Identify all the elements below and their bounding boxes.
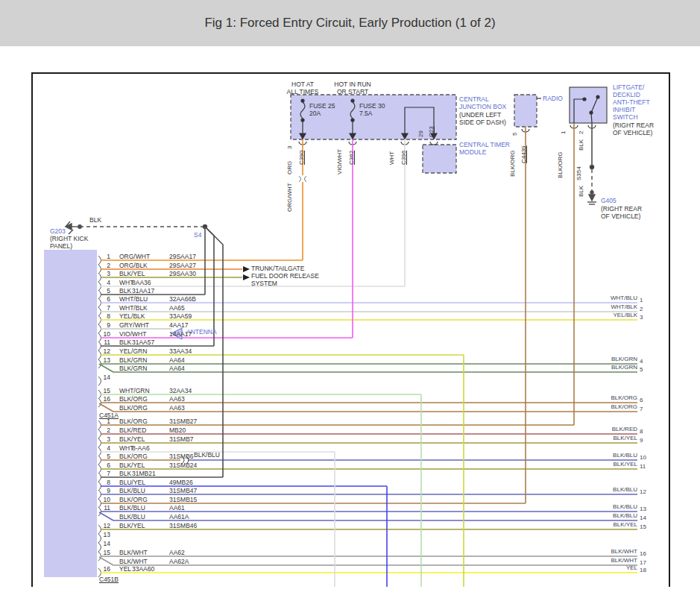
wire-circuit-label: 33AA60	[132, 565, 154, 573]
edge-wire-number: 15	[640, 523, 646, 531]
connector-label-c451b: C451B	[99, 576, 119, 583]
liftgate-name: SWITCH	[613, 113, 638, 121]
diagram-area: HOT AT ALL TIMES HOT IN RUN OR START FUS…	[31, 72, 670, 587]
liftgate-location: (RIGHT REAR	[613, 122, 654, 129]
pin-number: 6	[98, 462, 110, 469]
splice-label-s354: S354	[576, 166, 583, 180]
wire-circuit-label: 29SAA30	[169, 270, 196, 277]
edge-wire-label: BLK/BLU	[555, 503, 637, 511]
liftgate-name: INHIBIT	[613, 106, 635, 113]
splice-label-s4: S4	[194, 231, 201, 239]
wire-color-label: WHT/BLU	[119, 295, 148, 303]
pin-number: 2	[98, 427, 110, 434]
wire-color-label: BLK/ORG	[119, 496, 148, 503]
label-overlay: HOT AT ALL TIMES HOT IN RUN OR START FUS…	[33, 74, 669, 587]
wire-color-label: BLK/BLU	[119, 504, 145, 512]
wire-circuit-label: 31SMB7	[169, 435, 194, 443]
wire-color-label: BLK/WHT	[119, 558, 148, 565]
edge-wire-number: 8	[640, 428, 643, 435]
liftgate-pin1: 1	[560, 131, 567, 134]
pin-number: 5	[98, 453, 110, 460]
wire-color-label: ORG/BLK	[119, 262, 148, 269]
wire-color-label: BLK	[119, 339, 131, 346]
g203-location: (RIGHT KICK	[50, 235, 88, 242]
figure-title: Fig 1: Forced Entry Circuit, Early Produ…	[204, 16, 495, 31]
wire-circuit-label: AA63	[169, 395, 185, 403]
pin-number: 13	[98, 531, 110, 538]
title-banner: Fig 1: Forced Entry Circuit, Early Produ…	[0, 0, 700, 46]
wire-circuit-label: 49MB26	[169, 479, 193, 486]
radio-name: RADIO	[543, 95, 563, 102]
pin-number: 4	[98, 279, 110, 286]
connector-label-c390: C390	[298, 151, 306, 165]
power-source-label: HOT IN RUN	[329, 81, 376, 88]
power-source-label: HOT AT	[279, 81, 327, 88]
ctm-name: MODULE	[459, 148, 486, 156]
power-source-label: ALL TIMES	[279, 88, 327, 95]
g405-location: OF VEHICLE)	[601, 213, 640, 220]
pin-number: 15	[98, 387, 110, 394]
edge-wire-number: 3	[640, 314, 643, 321]
wire-color-label: BLK/RED	[119, 427, 146, 434]
radio-pin-number: 5	[511, 133, 519, 136]
liftgate-name: ANTI-THEFT	[613, 98, 650, 106]
wire-color-label: YEL/BLK	[119, 312, 145, 320]
wire-color-label: WHT/GRN	[119, 387, 150, 394]
wire-circuit-label: MB20	[169, 427, 186, 434]
pin-number: 1	[98, 253, 110, 260]
power-source-label: OR START	[329, 88, 376, 95]
wire-color-label: VIO/WHT	[119, 330, 146, 338]
edge-wire-number: 13	[640, 506, 646, 513]
edge-wire-label: BLK/YEL	[555, 435, 637, 442]
g203-location: PANEL)	[50, 242, 72, 250]
connector-label-c362: C362	[348, 151, 356, 165]
wire-circuit-label: 31AA57	[132, 339, 154, 346]
release-system-note: FUEL DOOR RELEASE	[251, 272, 319, 280]
edge-wire-number: 9	[640, 437, 643, 444]
edge-wire-label: BLK/BLU	[555, 486, 637, 494]
pin-number: 3	[98, 435, 110, 443]
wire-color-label: BLK/GRN	[119, 356, 147, 364]
pin-number: 6	[98, 295, 110, 303]
edge-wire-label: BLK/GRN	[555, 364, 637, 371]
edge-wire-label: WHT/BLK	[555, 303, 637, 311]
connector-label-c396: C396	[400, 151, 408, 165]
wire-circuit-label: AA62A	[169, 558, 189, 565]
wire-circuit-label: 31SMB27	[169, 418, 197, 425]
pin-number: 10	[98, 496, 110, 503]
edge-wire-label: BLK/YEL	[555, 461, 637, 468]
wire-circuit-label: AA64	[169, 356, 185, 364]
fuse30-rating: 7.5A	[359, 110, 373, 117]
pin-number: 14	[98, 540, 110, 547]
edge-wire-label: BLK/YEL	[555, 521, 637, 529]
wire-name-org: ORG	[286, 161, 294, 174]
edge-wire-number: 12	[640, 488, 646, 496]
connector-label-c4439: C4439	[520, 145, 528, 163]
wire-color-label: BLK/YEL	[119, 462, 145, 469]
wire-color-label: BLK/YEL	[119, 270, 145, 277]
wire-color-label: BLU/YEL	[119, 479, 145, 486]
edge-wire-number: 4	[640, 358, 643, 365]
wire-circuit-label: AA61	[169, 504, 185, 512]
pin-number: 9	[98, 487, 110, 494]
fuse30-name: FUSE 30	[359, 102, 385, 110]
wire-circuit-label: 31SMB47	[169, 487, 197, 494]
edge-wire-label: WHT/BLU	[555, 295, 637, 302]
edge-wire-number: 5	[640, 366, 643, 374]
wire-color-label: BLK/ORG	[119, 453, 148, 460]
wire-name-radio-blk-org: BLK/ORG	[509, 150, 517, 177]
wire-circuit-label: 31SMB6	[169, 453, 194, 460]
wire-color-label: WHT/BLK	[119, 304, 148, 312]
wire-color-label: BLK/GRN	[119, 365, 147, 372]
edge-wire-number: 16	[640, 550, 646, 558]
pin-number: 11	[98, 339, 110, 346]
wire-color-label: BLK	[119, 287, 131, 295]
wire-color-label: YEL/GRN	[119, 347, 147, 355]
wire-name-liftgate-blk2: BLK	[578, 186, 585, 197]
edge-wire-number: 6	[640, 397, 643, 404]
pin-number: 13	[98, 356, 110, 364]
wire-color-label: BLK/WHT	[119, 549, 148, 556]
pin-number: 9	[98, 321, 110, 329]
wire-circuit-label: 33AA34	[169, 347, 192, 355]
wire-name-liftgate-blk: BLK	[578, 139, 585, 151]
